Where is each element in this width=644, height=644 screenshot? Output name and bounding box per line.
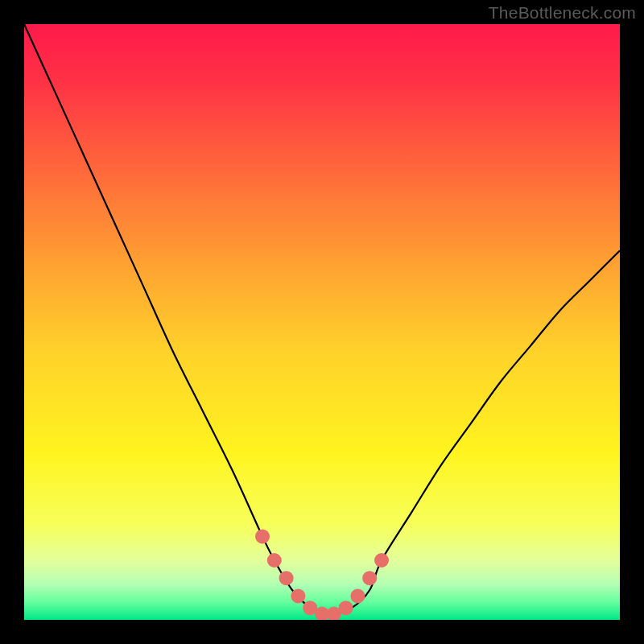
- marker-point: [374, 553, 389, 568]
- marker-point: [279, 571, 294, 585]
- marker-point: [291, 588, 305, 603]
- watermark-text: TheBottleneck.com: [489, 3, 636, 23]
- marker-point: [362, 571, 377, 585]
- chart-frame: TheBottleneck.com: [0, 0, 644, 644]
- marker-point: [267, 553, 282, 568]
- plot-background: [24, 24, 620, 620]
- bottleneck-chart: [0, 0, 644, 644]
- marker-point: [339, 601, 353, 615]
- marker-point: [350, 588, 365, 603]
- marker-point: [255, 529, 270, 543]
